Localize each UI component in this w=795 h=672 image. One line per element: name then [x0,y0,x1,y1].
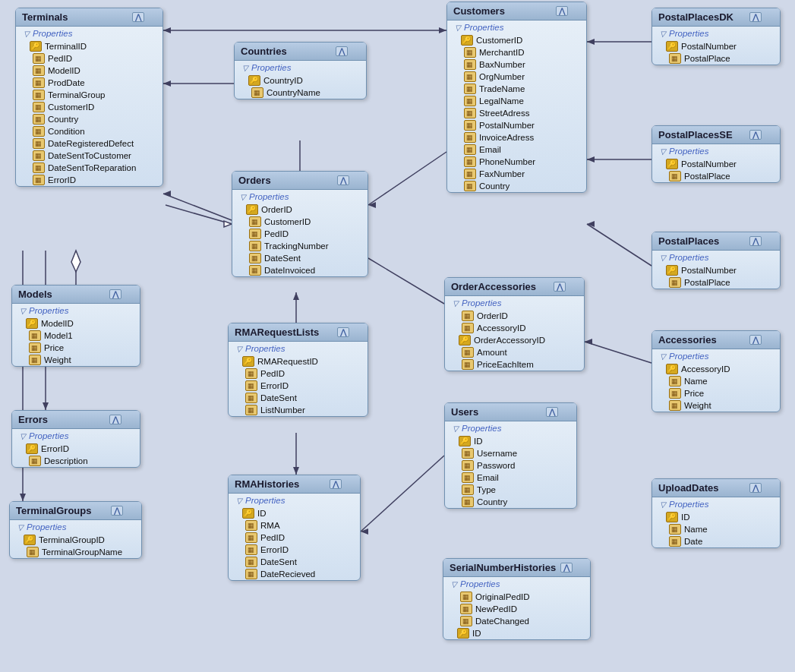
section-toggle-serialNumberHistories: ▽ [451,580,457,588]
prop-name-users-country: Country [477,497,507,506]
prop-row-rmaRequestLists-errorid: ErrorID [229,380,368,392]
expand-icon-countries[interactable]: ⋀ [336,46,348,56]
expand-icon-customers[interactable]: ⋀ [556,6,568,16]
properties-label-models: Properties [29,306,68,315]
entity-title-terminals: Terminals [22,11,68,23]
section-header-users: ▽Properties [445,421,576,435]
prop-row-rmaRequestLists-datesent: DateSent [229,392,368,404]
expand-icon-models[interactable]: ⋀ [109,289,121,299]
properties-label-orders: Properties [249,192,289,201]
prop-row-terminalGroups-terminalgroupid: TerminalGroupID [10,534,141,546]
prop-name-users-password: Password [477,461,516,470]
field-icon [33,65,45,76]
entity-rmaRequestLists: RMARequestLists⋀▽PropertiesRMARequestIDP… [228,323,368,417]
entity-title-postalPlacesDK: PostalPlacesDK [658,11,733,23]
prop-name-rmaHistories-datesent: DateSent [260,557,297,566]
section-toggle-rmaHistories: ▽ [236,497,242,505]
expand-icon-users[interactable]: ⋀ [546,407,558,417]
field-icon [669,388,681,399]
field-icon [249,253,261,263]
field-icon [464,169,476,179]
prop-name-terminals-customerid: CustomerID [48,103,94,112]
prop-row-customers-postalnumber: PostalNumber [447,119,586,131]
section-toggle-models: ▽ [20,307,26,315]
field-icon [245,380,257,391]
section-header-postalPlaces: ▽Properties [652,251,780,264]
field-icon [33,114,45,125]
entity-orders: Orders⋀▽PropertiesOrderIDCustomerIDPedID… [232,171,368,277]
field-icon [33,77,45,88]
prop-name-terminals-pedid: PedID [48,54,72,63]
expand-icon-errors[interactable]: ⋀ [109,415,121,424]
prop-name-orders-dateinvoiced: DateInvoiced [264,266,315,275]
key-icon [26,443,38,454]
expand-icon-orders[interactable]: ⋀ [337,175,349,185]
prop-name-rmaHistories-daterecieved: DateRecieved [260,569,315,579]
prop-name-users-type: Type [477,485,496,494]
entity-header-users: Users⋀ [445,403,576,421]
entity-title-postalPlaces: PostalPlaces [658,235,719,247]
prop-row-accessories-name: Name [652,375,780,387]
prop-name-terminals-modelid: ModelID [48,66,80,75]
prop-row-customers-phonenumber: PhoneNumber [447,156,586,168]
prop-name-rmaRequestLists-pedid: PedID [260,369,285,378]
section-toggle-countries: ▽ [242,64,248,72]
prop-row-uploadDates-date: Date [652,535,780,547]
prop-row-rmaHistories-datesent: DateSent [229,556,360,568]
svg-marker-8 [71,251,80,272]
prop-row-terminals-dateregistereddefect: DateRegisteredDefect [16,137,162,150]
field-icon [464,47,476,58]
expand-icon-rmaRequestLists[interactable]: ⋀ [337,327,349,337]
prop-name-orders-customerid: CustomerID [264,217,311,226]
field-icon [464,144,476,155]
prop-name-rmaRequestLists-rmarequestid: RMARequestID [257,357,318,366]
prop-row-serialNumberHistories-newpedid: NewPedID [443,603,590,615]
prop-name-customers-merchantid: MerchantID [479,48,524,57]
prop-name-terminalGroups-terminalgroupid: TerminalGroupID [39,535,105,544]
field-icon [669,277,681,288]
expand-icon-terminalGroups[interactable]: ⋀ [111,506,123,516]
properties-label-countries: Properties [251,63,291,72]
prop-name-customers-postalnumber: PostalNumber [479,121,535,130]
entity-header-accessories: Accessories⋀ [652,331,780,349]
expand-icon-orderAccessories[interactable]: ⋀ [554,282,566,292]
field-icon [29,355,41,365]
expand-icon-terminals[interactable]: ⋀ [132,12,144,22]
field-icon [27,547,39,557]
prop-row-serialNumberHistories-id: ID [443,627,590,639]
prop-row-users-email: Email [445,472,576,484]
expand-icon-serialNumberHistories[interactable]: ⋀ [560,563,573,573]
prop-row-rmaRequestLists-rmarequestid: RMARequestID [229,355,368,368]
prop-name-accessories-price: Price [684,389,704,398]
expand-icon-rmaHistories[interactable]: ⋀ [330,479,342,489]
expand-icon-postalPlacesSE[interactable]: ⋀ [749,130,762,140]
section-toggle-postalPlacesDK: ▽ [660,30,666,38]
field-icon [249,241,261,251]
prop-name-users-username: Username [477,449,517,458]
svg-marker-32 [224,221,232,227]
svg-line-29 [361,456,444,532]
field-icon [669,400,681,411]
svg-line-22 [368,258,444,304]
expand-icon-uploadDates[interactable]: ⋀ [749,483,762,493]
expand-icon-accessories[interactable]: ⋀ [749,335,762,345]
expand-icon-postalPlaces[interactable]: ⋀ [749,236,762,246]
expand-icon-postalPlacesDK[interactable]: ⋀ [749,12,762,22]
prop-name-users-email: Email [477,473,499,482]
prop-row-orders-pedid: PedID [232,228,368,240]
section-header-postalPlacesDK: ▽Properties [652,27,780,40]
field-icon [29,456,41,466]
prop-row-postalPlacesSE-postalnumber: PostalNumber [652,158,780,170]
prop-row-terminals-proddate: ProdDate [16,77,162,89]
prop-row-customers-faxnumber: FaxNumber [447,168,586,180]
field-icon [464,181,476,191]
prop-name-orders-pedid: PedID [264,229,289,238]
field-icon [460,592,472,602]
prop-row-customers-customerid: CustomerID [447,34,586,46]
prop-row-customers-legalname: LegalName [447,95,586,107]
properties-label-rmaRequestLists: Properties [245,344,285,353]
entity-header-uploadDates: UploadDates⋀ [652,479,780,497]
prop-row-rmaHistories-rma: RMA [229,519,360,532]
prop-row-uploadDates-id: ID [652,511,780,523]
prop-name-terminals-condition: Condition [48,127,85,136]
